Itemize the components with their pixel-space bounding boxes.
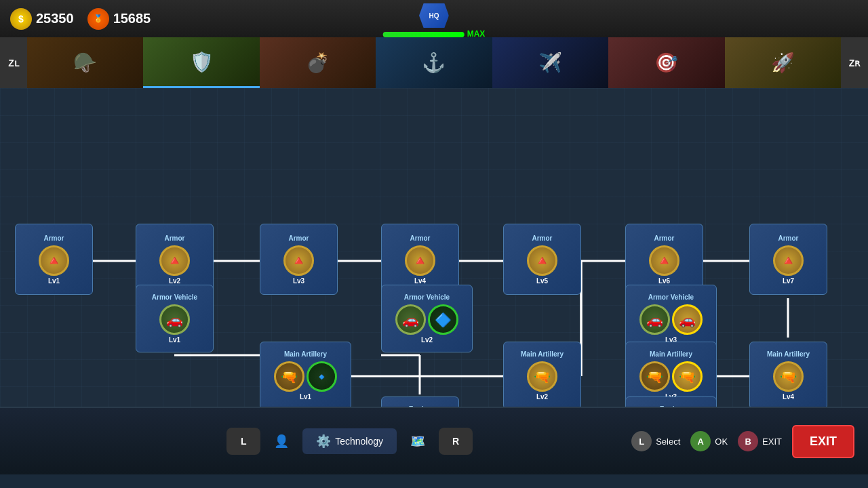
top-bar: $ 25350 🏅 15685 HQ MAX [0,0,868,37]
nav-l-btn[interactable]: L [226,428,260,455]
gold-icon: $ [10,8,32,30]
nav-r-btn[interactable]: R [439,428,473,455]
node-artillery-lv2[interactable]: Main Artillery 🔫 Lv2 [503,342,581,407]
nav-tab-map[interactable]: 🗺️ [397,428,439,454]
cat-arty[interactable]: 💣 [260,37,376,88]
select-label: Select [656,436,680,447]
nav-tab-technology[interactable]: ⚙️ Technology [302,428,397,454]
artillery-lv4-icon: 🔫 [773,361,804,392]
nav-tab-profile[interactable]: 👤 [260,428,302,454]
l-button: L [631,431,652,451]
cat-prev-btn[interactable]: Zʟ [0,37,27,88]
bottom-controls: L Select A OK B EXIT EXIT [631,425,854,458]
nav-tabs: L 👤 ⚙️ Technology 🗺️ R [68,428,631,455]
ok-control: A OK [690,431,728,451]
a-button: A [690,431,711,451]
node-armor-lv7[interactable]: Armor 🔺 Lv7 [749,224,827,295]
armor-lv5-icon: 🔺 [527,245,557,276]
hq-label: HQ [429,12,439,20]
artillery-lv1-icon: 🔫 [274,361,304,392]
node-armor-lv1[interactable]: Armor 🔺 Lv1 [15,224,93,295]
node-armor-lv3[interactable]: Armor 🔺 Lv3 [260,224,338,295]
select-control: L Select [631,431,680,451]
node-engine-lv2[interactable]: Engine ⚙️ 🚗 Lv2 [625,396,717,407]
cat-next-btn[interactable]: Zʀ [841,37,868,88]
node-engine-lv1[interactable]: Engine ⚙️ Lv1 [381,396,459,407]
node-artillery-lv1[interactable]: Main Artillery 🔫 🔹 Lv1 [260,342,351,407]
node-vehicle-lv2[interactable]: Armor Vehicle 🚗 🔷 Lv2 [381,285,473,352]
b-button: B [738,431,758,451]
gold-currency: $ 25350 [10,8,74,30]
hq-progress-bar [383,32,465,37]
vehicle-lv2-upgrade-icon: 🔷 [428,304,458,335]
cat-aa[interactable]: 🎯 [608,37,724,88]
artillery-lv3-upgrade-icon: 🔫 [672,361,703,392]
cat-air[interactable]: ✈️ [492,37,608,88]
vehicle-lv2-icon: 🚗 [395,304,426,335]
node-vehicle-lv1[interactable]: Armor Vehicle 🚗 Lv1 [136,285,214,352]
node-artillery-lv4[interactable]: Main Artillery 🔫 Lv4 [749,342,827,407]
category-bar: Zʟ 🪖 🛡️ 💣 ⚓ ✈️ 🎯 🚀 Zʀ [0,37,868,88]
tech-tree: Armor 🔺 Lv1 Armor 🔺 Lv2 Armor 🔺 Lv3 Armo… [0,88,868,407]
vehicle-lv3-icon: 🚗 [639,304,670,335]
ok-label: OK [715,436,728,447]
currency-group: $ 25350 🏅 15685 [10,8,151,30]
medal-icon: 🏅 [87,8,109,30]
armor-lv1-icon: 🔺 [39,245,69,276]
exit-button[interactable]: EXIT [792,425,854,458]
exit-b-label: EXIT [762,436,782,447]
armor-lv7-icon: 🔺 [773,245,804,276]
bottom-bar: L 👤 ⚙️ Technology 🗺️ R L Select A OK [0,407,868,474]
medal-value: 15685 [113,11,151,26]
technology-label: Technology [335,436,383,447]
armor-lv3-icon: 🔺 [283,245,314,276]
vehicle-lv1-icon: 🚗 [159,304,190,335]
profile-icon: 👤 [274,434,289,449]
hq-section: HQ MAX [383,3,486,39]
artillery-lv2-icon: 🔫 [527,361,557,392]
hq-bar-container [383,32,465,37]
vehicle-lv3-upgrade-icon: 🚗 [672,304,703,335]
cat-rocket[interactable]: 🚀 [725,37,841,88]
node-armor-lv5[interactable]: Armor 🔺 Lv5 [503,224,581,295]
gold-value: 25350 [36,11,74,26]
exit-control: B EXIT [738,431,782,451]
artillery-lv1-upgrade-icon: 🔹 [307,361,337,392]
medal-currency: 🏅 15685 [87,8,151,30]
cat-infantry[interactable]: 🪖 [27,37,143,88]
armor-lv4-icon: 🔺 [405,245,435,276]
map-icon: 🗺️ [410,434,425,449]
artillery-lv3-icon: 🔫 [639,361,670,392]
armor-lv6-icon: 🔺 [649,245,679,276]
technology-icon: ⚙️ [316,434,331,449]
armor-lv2-icon: 🔺 [159,245,190,276]
cat-armor[interactable]: 🛡️ [143,37,259,88]
cat-navy[interactable]: ⚓ [376,37,492,88]
